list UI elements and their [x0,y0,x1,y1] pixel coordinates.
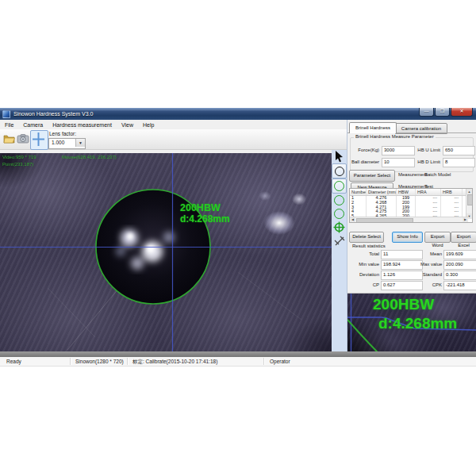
circle-tool-dark-icon[interactable] [332,163,347,178]
header-hbw: HBW [397,189,416,195]
menu-help[interactable]: Help [138,122,159,128]
menu-view[interactable]: View [117,122,138,128]
total-label: Total [347,251,379,256]
parameter-select-button[interactable]: Parameter Select [349,170,395,182]
camera-icon[interactable] [17,132,29,145]
window-title: Sinowon Hardness System V3.0 [13,111,93,117]
show-info-button[interactable]: Show Info [392,232,423,243]
mean-value: 199.609 [443,250,476,259]
batch-model-value: Batch Model [424,172,469,177]
preview-hardness-value: 200HBW [373,296,434,313]
cp-label: CP [347,282,379,287]
hb-d-limit-label: HB D Limit [414,159,440,164]
result-hardness: 200HBW [180,202,230,213]
cpk-label: CPK [420,282,442,287]
minimize-button[interactable]: — [419,108,434,117]
toolbar: Lens factor: 1.000 ▼ [0,129,347,150]
scroll-up-icon[interactable]: ▲ [466,189,472,194]
app-window: Sinowon Hardness System V3.0 — ❐ ✕ File … [0,108,476,366]
close-button[interactable]: ✕ [451,108,473,117]
scroll-right-icon[interactable]: ▶ [463,217,468,222]
right-panel: Brinell Hardness Camera calibration Brin… [347,120,476,351]
tab-brinell-hardness[interactable]: Brinell Hardness [349,122,397,133]
status-operator: Operator [270,359,290,364]
open-file-icon[interactable] [3,132,16,145]
chevron-down-icon[interactable]: ▼ [75,139,85,147]
scrollbar-thumb[interactable] [467,194,473,205]
measurement-label-1: Measurement [398,172,422,177]
target-tool-icon[interactable] [332,221,346,234]
status-ready: Ready [6,359,21,364]
result-diameter: d:4.268mm [180,213,230,225]
status-separator [70,358,71,365]
menu-file[interactable]: File [0,122,18,128]
ball-diameter-input[interactable]: 10 [382,158,415,167]
preview-circle-arc [347,320,378,351]
app-icon [2,110,10,118]
cursor-tool-icon[interactable] [332,150,346,163]
scrollbar-thumb[interactable] [356,218,413,223]
table-horizontal-scrollbar[interactable]: ◀ ▶ [350,217,468,222]
cp-value: 0.627 [381,281,423,290]
max-value: 200.090 [443,260,476,270]
status-separator [263,358,265,365]
parameter-group-title: Brinell Hardness Measure Parameter [354,134,436,139]
menu-hardness-measurement[interactable]: Hardness measurement [48,122,117,128]
table-header: Number Diameter (mm) HBW HRA HRB [350,189,472,196]
window-frame-strip [0,351,476,357]
menu-camera[interactable]: Camera [18,122,48,128]
header-hra: HRA [416,189,441,195]
camera-view[interactable]: Video:959 * 719 Mouse(628,419, 236,237) … [0,153,332,351]
delete-select-button[interactable]: Delete Select [349,232,384,243]
statistics-group-title: Result statistics [351,244,387,248]
overlay-mouse-info: Mouse(628,419, 236,237) [62,155,117,159]
title-bar[interactable]: Sinowon Hardness System V3.0 — ❐ ✕ [0,108,476,120]
magnified-preview[interactable]: 200HBW d:4.268mm [347,293,476,351]
crosshair-tool-button[interactable] [30,130,48,150]
min-value-label: Min value [347,262,379,267]
export-word-button[interactable]: Export Word [424,232,451,243]
total-value: 11 [381,250,423,259]
preview-diameter-value: d:4.268mm [378,315,457,332]
circle-tool-2-icon[interactable] [332,194,346,207]
status-camera-resolution: Sinowon(1280 * 720) [75,359,124,364]
deviation-label: Deviation [347,272,379,277]
status-separator [127,358,129,365]
deviation-value: 1.126 [381,271,423,280]
header-diameter: Diameter (mm) [367,189,397,195]
header-hrb: HRB [441,189,463,195]
measurement-result-overlay: 200HBW d:4.268mm [180,202,230,225]
header-number: Number [350,189,367,195]
ball-diameter-label: Ball diameter [351,159,379,164]
lens-factor-label: Lens factor: [49,131,76,136]
lens-factor-value: 1.000 [52,140,64,145]
mean-label: Mean [420,251,442,256]
standard-value: 0.300 [443,271,476,280]
max-value-label: Max value [420,262,442,267]
min-value: 198.924 [381,260,423,270]
hb-u-limit-input[interactable]: 650 [443,146,475,155]
lens-factor-select[interactable]: 1.000 ▼ [48,138,86,149]
maximize-button[interactable]: ❐ [435,108,450,117]
circle-tool-green-icon[interactable] [332,178,347,194]
scroll-left-icon[interactable]: ◀ [350,217,355,222]
hb-u-limit-label: HB U Limit [414,148,440,152]
drawing-tool-strip [332,150,347,351]
status-bar: Ready Sinowon(1280 * 720) 标定: Calibrate(… [0,357,476,367]
force-input[interactable]: 3000 [382,146,415,155]
circle-tool-3-icon[interactable] [332,207,346,221]
hb-d-limit-input[interactable]: 8 [443,158,475,167]
status-calibrate-info: 标定: Calibrate(2015-10-20 17:41:18) [132,359,217,366]
overlay-video-info: Video:959 * 719 [2,155,36,159]
cpk-value: -221.418 [443,281,476,290]
export-excel-button[interactable]: Export Excel [451,232,476,243]
results-table[interactable]: Number Diameter (mm) HBW HRA HRB 1 4.276… [349,188,473,223]
force-label: Force(Kg) [351,148,379,152]
caliper-tool-icon[interactable] [332,234,346,248]
table-vertical-scrollbar[interactable]: ▲ ▼ [466,189,472,219]
standard-label: Standard [420,272,442,277]
overlay-point-info: Point(233,187) [2,162,33,167]
page: Sinowon Hardness System V3.0 — ❐ ✕ File … [0,0,476,476]
